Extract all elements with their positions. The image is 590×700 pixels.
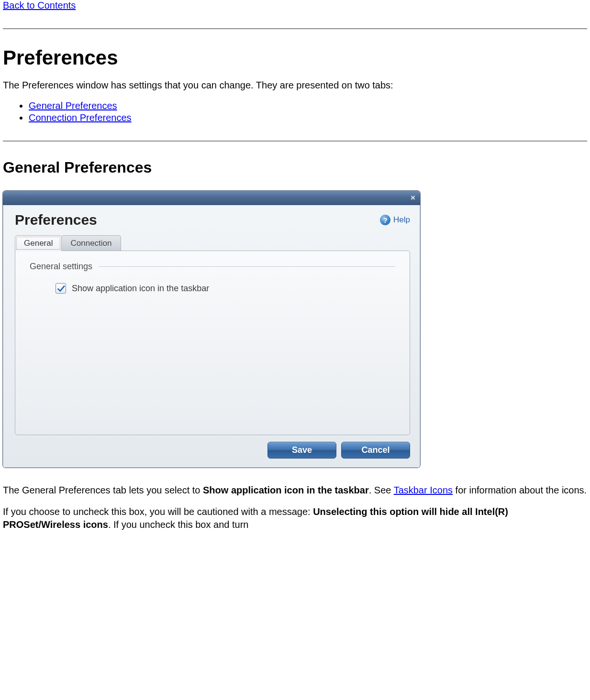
list-item: Connection Preferences bbox=[29, 112, 587, 123]
bold-text: Show application icon in the taskbar bbox=[203, 485, 369, 495]
divider bbox=[3, 28, 587, 29]
fieldset-general-settings: General settings bbox=[30, 262, 395, 272]
dialog-button-row: Save Cancel bbox=[15, 442, 410, 459]
fieldset-label-text: General settings bbox=[30, 262, 92, 272]
fieldset-divider bbox=[99, 266, 395, 267]
tab-connection[interactable]: Connection bbox=[61, 235, 121, 251]
tab-general[interactable]: General bbox=[15, 235, 62, 251]
text: for information about the icons. bbox=[453, 485, 587, 495]
dialog-body: Preferences ? Help General Connection Ge… bbox=[3, 205, 420, 468]
intro-paragraph: The Preferences window has settings that… bbox=[3, 79, 587, 92]
dialog-titlebar: × bbox=[3, 191, 420, 205]
text: The General Preferences tab lets you sel… bbox=[3, 485, 203, 495]
connection-preferences-link[interactable]: Connection Preferences bbox=[29, 112, 132, 123]
list-item: General Preferences bbox=[29, 100, 587, 111]
save-button[interactable]: Save bbox=[267, 442, 336, 459]
back-to-contents-link[interactable]: Back to Contents bbox=[3, 0, 76, 11]
tab-links-list: General Preferences Connection Preferenc… bbox=[29, 100, 587, 123]
show-icon-checkbox-row[interactable]: Show application icon in the taskbar bbox=[56, 283, 395, 294]
checkbox-icon[interactable] bbox=[56, 283, 66, 294]
page-title: Preferences bbox=[3, 46, 587, 69]
section-heading-general: General Preferences bbox=[3, 159, 587, 176]
taskbar-icons-link[interactable]: Taskbar Icons bbox=[394, 485, 453, 495]
help-icon: ? bbox=[380, 215, 390, 225]
dialog-title: Preferences bbox=[15, 212, 97, 228]
help-link[interactable]: ? Help bbox=[380, 215, 410, 225]
tab-pane-general: General settings Show application icon i… bbox=[15, 251, 410, 435]
general-preferences-link[interactable]: General Preferences bbox=[29, 100, 117, 111]
text: . If you uncheck this box and turn bbox=[108, 519, 249, 530]
description-paragraph-2: If you choose to uncheck this box, you w… bbox=[3, 505, 587, 531]
checkbox-label: Show application icon in the taskbar bbox=[72, 284, 209, 294]
tab-strip: General Connection bbox=[15, 235, 410, 251]
cancel-button[interactable]: Cancel bbox=[341, 442, 410, 459]
text: . See bbox=[369, 485, 394, 495]
close-icon[interactable]: × bbox=[411, 193, 415, 203]
text: If you choose to uncheck this box, you w… bbox=[3, 506, 313, 517]
help-label: Help bbox=[393, 215, 410, 225]
divider bbox=[3, 141, 587, 142]
preferences-dialog: × Preferences ? Help General Connection … bbox=[3, 191, 420, 468]
description-paragraph-1: The General Preferences tab lets you sel… bbox=[3, 484, 587, 497]
